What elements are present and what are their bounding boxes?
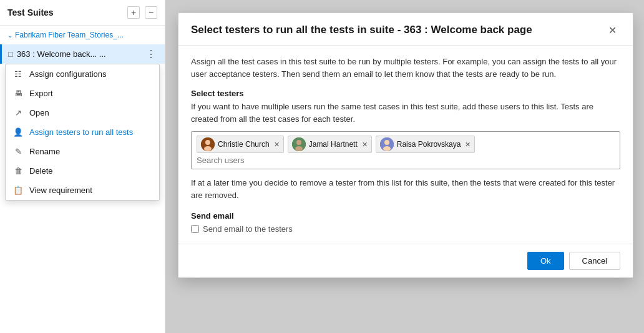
ok-button[interactable]: Ok <box>527 252 564 270</box>
testers-chips: Christie Church ✕ Jamal Hartnett <box>197 136 615 153</box>
testers-box[interactable]: Christie Church ✕ Jamal Hartnett <box>191 131 620 169</box>
menu-item-rename-label: Rename <box>29 147 60 156</box>
svg-point-2 <box>204 146 212 151</box>
tester-name-jh: Jamal Hartnett <box>309 140 358 149</box>
team-label-text: Fabrikam Fiber Team_Stories_... <box>15 31 124 39</box>
minus-button[interactable]: − <box>145 6 157 19</box>
context-menu: ☷ Assign configurations 🖶 Export ↗ Open … <box>5 64 160 201</box>
team-label[interactable]: ⌄ Fabrikam Fiber Team_Stories_... <box>0 26 165 44</box>
tester-chip-jh: Jamal Hartnett ✕ <box>288 136 372 153</box>
menu-item-delete-label: Delete <box>29 166 53 176</box>
removal-note: If at a later time you decide to remove … <box>191 177 620 201</box>
send-email-checkbox[interactable] <box>191 225 199 233</box>
menu-item-assign-configs[interactable]: ☷ Assign configurations <box>6 64 159 84</box>
dialog-intro: Assign all the test cases in this test s… <box>191 56 620 80</box>
tester-chip-cc: Christie Church ✕ <box>197 136 284 153</box>
remove-tester-cc-button[interactable]: ✕ <box>274 141 280 149</box>
svg-point-8 <box>383 146 391 151</box>
send-email-row: Send email to the testers <box>191 224 620 234</box>
dialog-body: Assign all the test cases in this test s… <box>178 46 633 244</box>
dialog-header: Select testers to run all the tests in s… <box>178 13 633 46</box>
suite-item-more-button[interactable]: ⋮ <box>144 48 159 60</box>
avatar-jh-svg <box>292 137 306 151</box>
sidebar-icons: + − <box>127 6 157 19</box>
dialog: Select testers to run all the tests in s… <box>178 12 633 278</box>
assign-testers-icon: 👤 <box>13 127 23 137</box>
add-suite-button[interactable]: + <box>127 6 140 19</box>
dialog-title: Select testers to run all the tests in s… <box>191 23 532 37</box>
remove-tester-rp-button[interactable]: ✕ <box>465 141 471 149</box>
menu-item-assign-testers[interactable]: 👤 Assign testers to run all tests <box>6 122 159 142</box>
send-email-section: Send email Send email to the testers <box>191 211 620 234</box>
tester-chip-rp: Raisa Pokrovskaya ✕ <box>376 136 476 153</box>
sidebar-header: Test Suites + − <box>0 0 165 26</box>
tester-name-rp: Raisa Pokrovskaya <box>397 140 461 149</box>
menu-item-view-req[interactable]: 📋 View requirement <box>6 181 159 200</box>
svg-point-5 <box>295 146 303 151</box>
open-icon: ↗ <box>13 108 23 117</box>
chevron-down-icon: ⌄ <box>7 32 12 39</box>
select-testers-title: Select testers <box>191 89 620 98</box>
delete-icon: 🗑 <box>13 166 23 176</box>
send-email-label: Send email to the testers <box>203 224 293 234</box>
sidebar: Test Suites + − ⌄ Fabrikam Fiber Team_St… <box>0 0 165 333</box>
menu-item-open[interactable]: ↗ Open <box>6 103 159 122</box>
sidebar-title: Test Suites <box>7 7 54 17</box>
suite-icon: □ <box>8 49 13 59</box>
avatar-cc-svg <box>201 137 215 151</box>
assign-configs-icon: ☷ <box>13 69 23 79</box>
menu-item-open-label: Open <box>29 108 49 117</box>
menu-item-delete[interactable]: 🗑 Delete <box>6 161 159 181</box>
dialog-overlay: Select testers to run all the tests in s… <box>165 0 644 333</box>
remove-tester-jh-button[interactable]: ✕ <box>362 141 368 149</box>
menu-item-assign-testers-label: Assign testers to run all tests <box>29 127 133 137</box>
dialog-footer: Ok Cancel <box>178 244 633 277</box>
send-email-title: Send email <box>191 211 620 221</box>
avatar-cc <box>201 137 215 151</box>
avatar-jh <box>292 137 306 151</box>
menu-item-export[interactable]: 🖶 Export <box>6 84 159 103</box>
svg-point-4 <box>296 140 301 145</box>
svg-point-1 <box>205 140 210 145</box>
tester-name-cc: Christie Church <box>218 140 270 149</box>
rename-icon: ✎ <box>13 147 23 156</box>
dialog-close-button[interactable]: ✕ <box>605 23 620 37</box>
menu-item-assign-configs-label: Assign configurations <box>29 69 107 79</box>
suite-item[interactable]: □ 363 : Welcome back... ... ⋮ <box>0 44 165 64</box>
avatar-rp-svg <box>380 137 394 151</box>
menu-item-export-label: Export <box>29 89 53 98</box>
select-testers-desc: If you want to have multiple users run t… <box>191 101 620 125</box>
avatar-rp <box>380 137 394 151</box>
view-req-icon: 📋 <box>13 186 23 195</box>
search-users-input[interactable] <box>197 156 271 165</box>
menu-item-view-req-label: View requirement <box>29 186 92 195</box>
suite-item-label: 363 : Welcome back... ... <box>17 49 144 59</box>
svg-point-7 <box>384 140 389 145</box>
export-icon: 🖶 <box>13 89 23 98</box>
menu-item-rename[interactable]: ✎ Rename <box>6 142 159 161</box>
cancel-button[interactable]: Cancel <box>569 252 620 270</box>
